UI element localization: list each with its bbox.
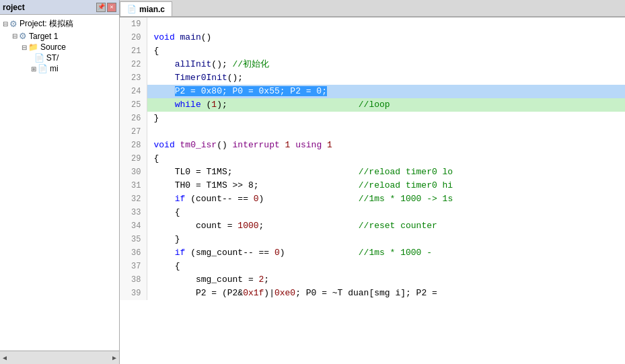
table-row: 31 TH0 = T1MS >> 8; //reload timer0 hi: [120, 179, 625, 192]
code-line: smg_count = 2;: [147, 273, 625, 287]
line-number: 20: [120, 31, 147, 44]
line-number: 21: [120, 44, 147, 58]
tab-bar: 📄 mian.c: [120, 0, 625, 17]
line-number: 32: [120, 192, 147, 206]
table-row: 36 if (smg_count-- == 0) //1ms * 1000 -: [120, 246, 625, 260]
line-number: 38: [120, 273, 147, 287]
table-row: 28 void tm0_isr() interrupt 1 using 1: [120, 139, 625, 152]
table-row: 21 {: [120, 44, 625, 58]
table-row: 20 void main(): [120, 31, 625, 44]
code-table: 19 20 void main() 21 { 22 allInit(); //初…: [120, 17, 625, 300]
file-icon-startup: 📄: [34, 53, 44, 63]
code-line: TL0 = T1MS; //reload timer0 lo: [147, 166, 625, 179]
code-line: {: [147, 44, 625, 58]
code-line: {: [147, 206, 625, 219]
tree-label-main: mi: [50, 64, 59, 73]
left-panel-bottom: ◀ ▶: [0, 351, 119, 364]
table-row: 33 {: [120, 206, 625, 219]
table-row: 23 Timer0Init();: [120, 71, 625, 85]
close-icon[interactable]: ✕: [107, 3, 116, 12]
code-line: {: [147, 260, 625, 273]
table-row: 32 if (count-- == 0) //1ms * 1000 -> 1s: [120, 192, 625, 206]
tree-item-startup[interactable]: 📄 ST/: [0, 52, 119, 63]
expand-icon-source: ⊟: [22, 44, 27, 51]
left-panel: roject 📌 ✕ ⊟ ⚙ Project: 模拟稿 ⊟ ⚙ Target 1…: [0, 0, 120, 364]
line-number: 29: [120, 152, 147, 166]
code-line: }: [147, 233, 625, 246]
code-line: void tm0_isr() interrupt 1 using 1: [147, 139, 625, 152]
line-number: 31: [120, 179, 147, 192]
table-row: 19: [120, 17, 625, 31]
code-line: P2 = 0x80; P0 = 0x55; P2 = 0;: [147, 85, 625, 98]
table-row: 26 }: [120, 112, 625, 125]
line-number: 22: [120, 58, 147, 71]
file-icon-main: 📄: [38, 64, 48, 73]
table-row: 37 {: [120, 260, 625, 273]
folder-icon-source: 📁: [28, 42, 38, 52]
line-number: 30: [120, 166, 147, 179]
left-panel-titlebar: roject 📌 ✕: [0, 0, 119, 15]
line-number: 25: [120, 98, 147, 112]
code-line: if (count-- == 0) //1ms * 1000 -> 1s: [147, 192, 625, 206]
pin-icon[interactable]: 📌: [96, 3, 106, 12]
expand-icon-target1: ⊟: [12, 32, 17, 40]
table-row: 25 while (1); //loop: [120, 98, 625, 112]
code-line: count = 1000; //reset counter: [147, 219, 625, 233]
line-number: 19: [120, 17, 147, 31]
line-number: 28: [120, 139, 147, 152]
line-number: 35: [120, 233, 147, 246]
tree-label-project: Project: 模拟稿: [20, 18, 73, 30]
table-row: 29 {: [120, 152, 625, 166]
table-row: 27: [120, 125, 625, 139]
tree-label-startup: ST/: [46, 53, 59, 63]
tree-item-main[interactable]: ⊞ 📄 mi: [0, 63, 119, 74]
line-number: 23: [120, 71, 147, 85]
right-panel: 📄 mian.c 19 20 void main() 21 {: [120, 0, 625, 364]
gear-icon-target1: ⚙: [19, 31, 27, 41]
line-number: 24: [120, 85, 147, 98]
code-line: void main(): [147, 31, 625, 44]
code-line: if (smg_count-- == 0) //1ms * 1000 -: [147, 246, 625, 260]
tab-file-icon: 📄: [127, 5, 137, 13]
scroll-right-arrow[interactable]: ▶: [112, 354, 116, 362]
line-number: 34: [120, 219, 147, 233]
scroll-left-arrow[interactable]: ◀: [3, 354, 7, 362]
table-row: 22 allInit(); //初始化: [120, 58, 625, 71]
table-row: 39 P2 = (P2&0x1f)|0xe0; P0 = ~T duan[smg…: [120, 287, 625, 300]
table-row: 30 TL0 = T1MS; //reload timer0 lo: [120, 166, 625, 179]
tree-label-source: Source: [40, 42, 66, 52]
table-row: 35 }: [120, 233, 625, 246]
tree-label-target1: Target 1: [29, 32, 58, 41]
line-number: 26: [120, 112, 147, 125]
line-number: 37: [120, 260, 147, 273]
code-line: P2 = (P2&0x1f)|0xe0; P0 = ~T duan[smg i]…: [147, 287, 625, 300]
line-number: 39: [120, 287, 147, 300]
left-panel-title: roject: [3, 3, 25, 12]
line-number: 36: [120, 246, 147, 260]
tab-main-c[interactable]: 📄 mian.c: [120, 1, 172, 16]
expand-icon-main: ⊞: [31, 65, 36, 73]
table-row: 34 count = 1000; //reset counter: [120, 219, 625, 233]
tree-item-sourcegroup[interactable]: ⊟ 📁 Source: [0, 42, 119, 52]
tree-item-target1[interactable]: ⊟ ⚙ Target 1: [0, 30, 119, 42]
code-line: {: [147, 152, 625, 166]
expand-icon-startup: [31, 54, 33, 62]
code-line: [147, 17, 625, 31]
code-area[interactable]: 19 20 void main() 21 { 22 allInit(); //初…: [120, 17, 625, 364]
gear-icon-project: ⚙: [9, 19, 17, 29]
code-line: [147, 125, 625, 139]
project-tree: ⊟ ⚙ Project: 模拟稿 ⊟ ⚙ Target 1 ⊟ 📁 Source…: [0, 15, 119, 351]
line-number: 33: [120, 206, 147, 219]
code-line: allInit(); //初始化: [147, 58, 625, 71]
tab-label-main-c: mian.c: [139, 5, 165, 14]
tree-item-project[interactable]: ⊟ ⚙ Project: 模拟稿: [0, 17, 119, 30]
table-row: 38 smg_count = 2;: [120, 273, 625, 287]
expand-icon-project: ⊟: [3, 20, 8, 28]
title-icons: 📌 ✕: [96, 3, 116, 12]
line-number: 27: [120, 125, 147, 139]
table-row: 24 P2 = 0x80; P0 = 0x55; P2 = 0;: [120, 85, 625, 98]
code-line: TH0 = T1MS >> 8; //reload timer0 hi: [147, 179, 625, 192]
code-line: }: [147, 112, 625, 125]
code-line: Timer0Init();: [147, 71, 625, 85]
code-line: while (1); //loop: [147, 98, 625, 112]
